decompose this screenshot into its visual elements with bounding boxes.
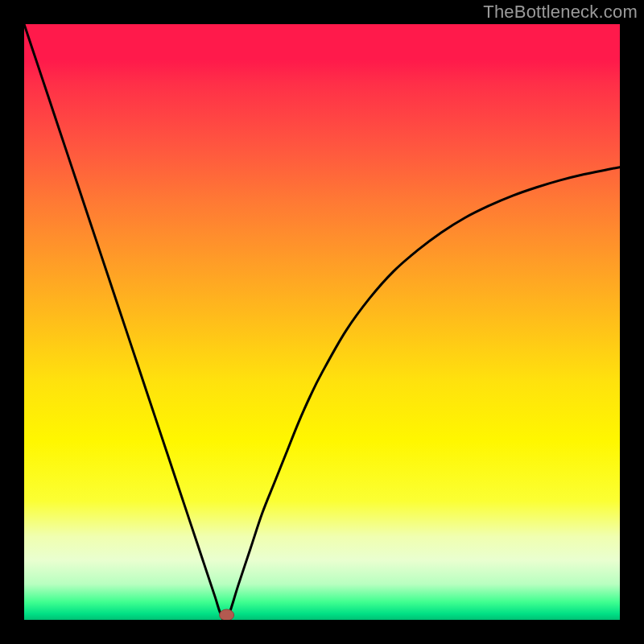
chart-frame: TheBottleneck.com [0,0,644,644]
minimum-marker [220,609,234,620]
bottleneck-curve [24,24,620,620]
plot-area [24,24,620,620]
watermark-label: TheBottleneck.com [483,2,638,23]
curve-layer [24,24,620,620]
